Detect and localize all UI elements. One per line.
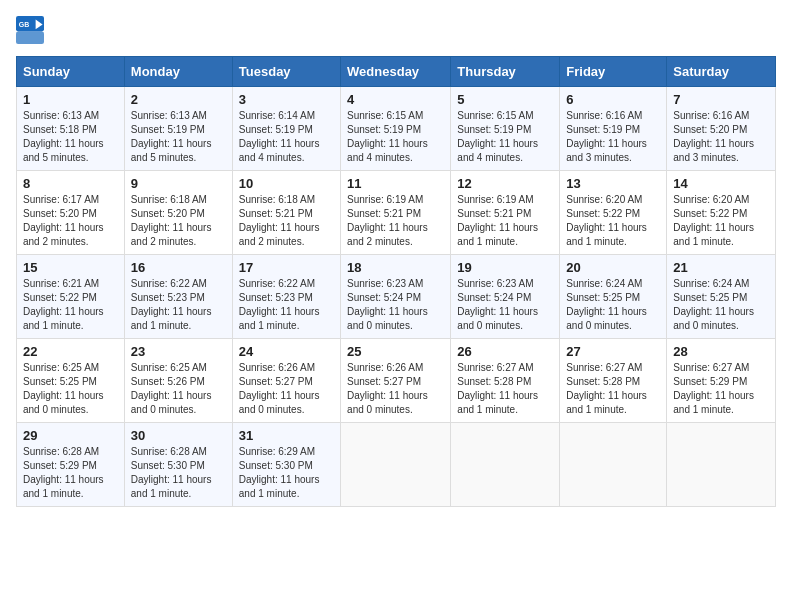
day-info: Sunrise: 6:20 AM Sunset: 5:22 PM Dayligh…: [566, 193, 660, 249]
day-number: 25: [347, 344, 444, 359]
day-info: Sunrise: 6:13 AM Sunset: 5:19 PM Dayligh…: [131, 109, 226, 165]
calendar-cell: 29 Sunrise: 6:28 AM Sunset: 5:29 PM Dayl…: [17, 423, 125, 507]
calendar-cell: 31 Sunrise: 6:29 AM Sunset: 5:30 PM Dayl…: [232, 423, 340, 507]
day-number: 18: [347, 260, 444, 275]
day-header-tuesday: Tuesday: [232, 57, 340, 87]
calendar-cell: 19 Sunrise: 6:23 AM Sunset: 5:24 PM Dayl…: [451, 255, 560, 339]
calendar-cell: 15 Sunrise: 6:21 AM Sunset: 5:22 PM Dayl…: [17, 255, 125, 339]
calendar-cell: 10 Sunrise: 6:18 AM Sunset: 5:21 PM Dayl…: [232, 171, 340, 255]
day-info: Sunrise: 6:23 AM Sunset: 5:24 PM Dayligh…: [457, 277, 553, 333]
day-number: 17: [239, 260, 334, 275]
day-number: 19: [457, 260, 553, 275]
day-number: 5: [457, 92, 553, 107]
calendar-week-2: 8 Sunrise: 6:17 AM Sunset: 5:20 PM Dayli…: [17, 171, 776, 255]
calendar-cell: 8 Sunrise: 6:17 AM Sunset: 5:20 PM Dayli…: [17, 171, 125, 255]
calendar-week-4: 22 Sunrise: 6:25 AM Sunset: 5:25 PM Dayl…: [17, 339, 776, 423]
calendar-cell: 11 Sunrise: 6:19 AM Sunset: 5:21 PM Dayl…: [341, 171, 451, 255]
calendar-cell: 24 Sunrise: 6:26 AM Sunset: 5:27 PM Dayl…: [232, 339, 340, 423]
calendar-cell: 14 Sunrise: 6:20 AM Sunset: 5:22 PM Dayl…: [667, 171, 776, 255]
calendar-week-5: 29 Sunrise: 6:28 AM Sunset: 5:29 PM Dayl…: [17, 423, 776, 507]
day-info: Sunrise: 6:15 AM Sunset: 5:19 PM Dayligh…: [347, 109, 444, 165]
day-info: Sunrise: 6:15 AM Sunset: 5:19 PM Dayligh…: [457, 109, 553, 165]
calendar-cell: 30 Sunrise: 6:28 AM Sunset: 5:30 PM Dayl…: [124, 423, 232, 507]
calendar-week-3: 15 Sunrise: 6:21 AM Sunset: 5:22 PM Dayl…: [17, 255, 776, 339]
day-number: 13: [566, 176, 660, 191]
day-number: 21: [673, 260, 769, 275]
day-number: 22: [23, 344, 118, 359]
calendar-cell: 4 Sunrise: 6:15 AM Sunset: 5:19 PM Dayli…: [341, 87, 451, 171]
calendar-cell: 27 Sunrise: 6:27 AM Sunset: 5:28 PM Dayl…: [560, 339, 667, 423]
calendar-cell: 3 Sunrise: 6:14 AM Sunset: 5:19 PM Dayli…: [232, 87, 340, 171]
day-info: Sunrise: 6:26 AM Sunset: 5:27 PM Dayligh…: [239, 361, 334, 417]
calendar-cell: 9 Sunrise: 6:18 AM Sunset: 5:20 PM Dayli…: [124, 171, 232, 255]
day-info: Sunrise: 6:25 AM Sunset: 5:26 PM Dayligh…: [131, 361, 226, 417]
day-header-saturday: Saturday: [667, 57, 776, 87]
day-number: 30: [131, 428, 226, 443]
calendar-cell: 7 Sunrise: 6:16 AM Sunset: 5:20 PM Dayli…: [667, 87, 776, 171]
calendar-cell: 16 Sunrise: 6:22 AM Sunset: 5:23 PM Dayl…: [124, 255, 232, 339]
day-number: 3: [239, 92, 334, 107]
calendar-cell: 21 Sunrise: 6:24 AM Sunset: 5:25 PM Dayl…: [667, 255, 776, 339]
day-number: 28: [673, 344, 769, 359]
logo-icon: GB: [16, 16, 44, 44]
day-info: Sunrise: 6:18 AM Sunset: 5:21 PM Dayligh…: [239, 193, 334, 249]
day-number: 12: [457, 176, 553, 191]
calendar-cell: 22 Sunrise: 6:25 AM Sunset: 5:25 PM Dayl…: [17, 339, 125, 423]
calendar-cell: [451, 423, 560, 507]
day-number: 27: [566, 344, 660, 359]
calendar-cell: [560, 423, 667, 507]
calendar-cell: 23 Sunrise: 6:25 AM Sunset: 5:26 PM Dayl…: [124, 339, 232, 423]
calendar-cell: 1 Sunrise: 6:13 AM Sunset: 5:18 PM Dayli…: [17, 87, 125, 171]
calendar-cell: [667, 423, 776, 507]
day-number: 24: [239, 344, 334, 359]
day-info: Sunrise: 6:28 AM Sunset: 5:30 PM Dayligh…: [131, 445, 226, 501]
day-header-friday: Friday: [560, 57, 667, 87]
day-number: 16: [131, 260, 226, 275]
calendar-cell: [341, 423, 451, 507]
day-number: 26: [457, 344, 553, 359]
day-info: Sunrise: 6:19 AM Sunset: 5:21 PM Dayligh…: [347, 193, 444, 249]
day-info: Sunrise: 6:20 AM Sunset: 5:22 PM Dayligh…: [673, 193, 769, 249]
day-info: Sunrise: 6:22 AM Sunset: 5:23 PM Dayligh…: [131, 277, 226, 333]
day-info: Sunrise: 6:27 AM Sunset: 5:28 PM Dayligh…: [566, 361, 660, 417]
day-number: 15: [23, 260, 118, 275]
day-info: Sunrise: 6:16 AM Sunset: 5:20 PM Dayligh…: [673, 109, 769, 165]
day-number: 20: [566, 260, 660, 275]
calendar-cell: 5 Sunrise: 6:15 AM Sunset: 5:19 PM Dayli…: [451, 87, 560, 171]
calendar-header-row: SundayMondayTuesdayWednesdayThursdayFrid…: [17, 57, 776, 87]
day-number: 4: [347, 92, 444, 107]
day-info: Sunrise: 6:17 AM Sunset: 5:20 PM Dayligh…: [23, 193, 118, 249]
calendar-cell: 2 Sunrise: 6:13 AM Sunset: 5:19 PM Dayli…: [124, 87, 232, 171]
calendar-cell: 17 Sunrise: 6:22 AM Sunset: 5:23 PM Dayl…: [232, 255, 340, 339]
day-info: Sunrise: 6:27 AM Sunset: 5:29 PM Dayligh…: [673, 361, 769, 417]
day-info: Sunrise: 6:23 AM Sunset: 5:24 PM Dayligh…: [347, 277, 444, 333]
day-info: Sunrise: 6:25 AM Sunset: 5:25 PM Dayligh…: [23, 361, 118, 417]
calendar-cell: 25 Sunrise: 6:26 AM Sunset: 5:27 PM Dayl…: [341, 339, 451, 423]
calendar-cell: 12 Sunrise: 6:19 AM Sunset: 5:21 PM Dayl…: [451, 171, 560, 255]
day-info: Sunrise: 6:16 AM Sunset: 5:19 PM Dayligh…: [566, 109, 660, 165]
calendar-cell: 26 Sunrise: 6:27 AM Sunset: 5:28 PM Dayl…: [451, 339, 560, 423]
day-number: 23: [131, 344, 226, 359]
day-header-monday: Monday: [124, 57, 232, 87]
day-info: Sunrise: 6:21 AM Sunset: 5:22 PM Dayligh…: [23, 277, 118, 333]
day-info: Sunrise: 6:18 AM Sunset: 5:20 PM Dayligh…: [131, 193, 226, 249]
calendar-cell: 28 Sunrise: 6:27 AM Sunset: 5:29 PM Dayl…: [667, 339, 776, 423]
svg-text:GB: GB: [19, 21, 30, 28]
day-header-thursday: Thursday: [451, 57, 560, 87]
day-number: 8: [23, 176, 118, 191]
day-number: 1: [23, 92, 118, 107]
day-header-wednesday: Wednesday: [341, 57, 451, 87]
calendar-cell: 6 Sunrise: 6:16 AM Sunset: 5:19 PM Dayli…: [560, 87, 667, 171]
day-header-sunday: Sunday: [17, 57, 125, 87]
day-number: 9: [131, 176, 226, 191]
day-number: 29: [23, 428, 118, 443]
calendar-week-1: 1 Sunrise: 6:13 AM Sunset: 5:18 PM Dayli…: [17, 87, 776, 171]
day-number: 6: [566, 92, 660, 107]
day-info: Sunrise: 6:26 AM Sunset: 5:27 PM Dayligh…: [347, 361, 444, 417]
day-number: 7: [673, 92, 769, 107]
day-info: Sunrise: 6:22 AM Sunset: 5:23 PM Dayligh…: [239, 277, 334, 333]
day-number: 11: [347, 176, 444, 191]
day-info: Sunrise: 6:13 AM Sunset: 5:18 PM Dayligh…: [23, 109, 118, 165]
day-info: Sunrise: 6:24 AM Sunset: 5:25 PM Dayligh…: [673, 277, 769, 333]
day-number: 31: [239, 428, 334, 443]
